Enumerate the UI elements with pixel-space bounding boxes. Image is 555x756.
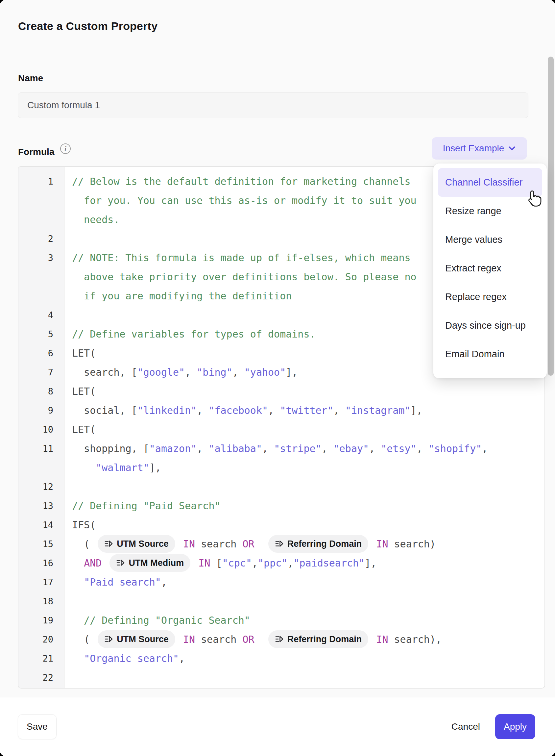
name-input[interactable]: Custom formula 1	[18, 92, 528, 118]
code-token-code: ,	[417, 443, 428, 454]
code-token-code	[254, 634, 266, 645]
code-row: 20 ( UTM Source IN search OR Referring D…	[18, 630, 545, 649]
code-token-str: "Organic search"	[84, 653, 179, 664]
line-number: 18	[18, 592, 65, 611]
formula-label: Formula	[18, 147, 54, 157]
code-row: 21 "Organic search",	[18, 649, 545, 668]
code-line: "walmart"],	[65, 458, 545, 477]
code-token-str: "ppc"	[258, 557, 287, 569]
code-token-code	[72, 576, 84, 588]
code-row: 12	[18, 477, 545, 496]
code-token-code: search),	[388, 634, 441, 645]
info-icon[interactable]: i	[60, 144, 71, 154]
code-token-kw: IN	[376, 538, 388, 550]
code-row: 8LET(	[18, 382, 545, 401]
code-line: // Defining "Organic Search"	[65, 611, 545, 630]
code-token-comment: // NOTE: This formula is made up of if-e…	[72, 252, 411, 264]
property-chip-label: UTM Source	[117, 630, 169, 649]
code-row: 10LET(	[18, 420, 545, 439]
line-number: 9	[18, 401, 65, 420]
modal-scrollbar-thumb[interactable]	[548, 56, 554, 376]
code-token-str: "yahoo"	[244, 366, 286, 378]
property-chip-referring-domain[interactable]: Referring Domain	[268, 630, 369, 648]
code-token-comment: // Defining "Paid Search"	[72, 500, 221, 512]
code-token-str: "facebook"	[208, 405, 268, 416]
code-token-comment: needs.	[72, 214, 120, 225]
code-token-code: search	[195, 538, 243, 550]
code-token-code	[177, 538, 183, 550]
code-token-str: "paidsearch"	[293, 557, 365, 569]
property-chip-label: UTM Source	[117, 534, 169, 553]
code-token-code	[72, 557, 84, 569]
line-number: 4	[18, 306, 65, 325]
menu-item-merge-values[interactable]: Merge values	[438, 225, 542, 254]
code-line: AND UTM Medium IN ["cpc","ppc","paidsear…	[65, 554, 545, 573]
line-number: 13	[18, 496, 65, 516]
code-token-code	[193, 557, 198, 569]
insert-example-button[interactable]: Insert Example	[432, 137, 527, 160]
code-line: LET(	[65, 420, 545, 439]
modal-footer: Save Cancel Apply	[0, 698, 555, 756]
code-token-code: IFS(	[72, 519, 96, 531]
code-row: 18	[18, 592, 545, 611]
property-chip-utm-source[interactable]: UTM Source	[98, 535, 175, 553]
menu-item-extract-regex[interactable]: Extract regex	[438, 254, 542, 283]
code-token-comment: above take priority over definitions bel…	[72, 271, 417, 283]
line-number: 2	[18, 229, 65, 248]
property-lines-arrow-icon	[104, 635, 113, 643]
code-line: shopping, ["amazon", "alibaba", "stripe"…	[65, 439, 545, 458]
code-token-code: ],	[286, 366, 298, 378]
line-number: 17	[18, 573, 65, 592]
code-line	[65, 592, 545, 611]
menu-item-replace-regex[interactable]: Replace regex	[438, 283, 542, 311]
code-token-comment: for you. You can use this as-is or modif…	[72, 195, 417, 206]
save-button[interactable]: Save	[18, 714, 56, 739]
property-chip-utm-medium[interactable]: UTM Medium	[110, 554, 190, 572]
menu-item-email-domain[interactable]: Email Domain	[438, 340, 542, 368]
code-token-code: ,	[287, 557, 293, 569]
property-lines-arrow-icon	[275, 635, 284, 643]
line-number	[18, 268, 65, 286]
code-token-comment: // Below is the default definition for m…	[72, 176, 411, 187]
line-number: 22	[18, 668, 65, 687]
code-token-code: (	[72, 634, 96, 645]
code-token-code: ,	[232, 366, 244, 378]
code-line	[65, 668, 545, 687]
code-token-code: LET(	[72, 424, 96, 435]
line-number: 19	[18, 611, 65, 630]
code-line: ( UTM Source IN search OR Referring Doma…	[65, 630, 545, 649]
code-token-comment: // Define variables for types of domains…	[72, 328, 316, 340]
property-chip-utm-source[interactable]: UTM Source	[98, 630, 175, 648]
code-token-code: LET(	[72, 386, 96, 397]
apply-button[interactable]: Apply	[495, 714, 535, 739]
code-row: "walmart"],	[18, 458, 545, 477]
menu-item-resize-range[interactable]: Resize range	[438, 197, 542, 225]
code-token-code	[101, 557, 108, 569]
line-number: 11	[18, 439, 65, 458]
code-token-code: ],	[149, 462, 161, 473]
code-line: IFS(	[65, 516, 545, 534]
cancel-button[interactable]: Cancel	[452, 721, 480, 732]
line-number	[18, 458, 65, 477]
code-token-code: social, [	[72, 405, 137, 416]
property-chip-referring-domain[interactable]: Referring Domain	[268, 535, 369, 553]
line-number: 1	[18, 172, 65, 191]
code-token-kw: IN	[376, 634, 388, 645]
line-number: 12	[18, 477, 65, 496]
property-chip-label: Referring Domain	[287, 630, 362, 649]
menu-item-days-since-sign-up[interactable]: Days since sign-up	[438, 311, 542, 340]
code-row: 11 shopping, ["amazon", "alibaba", "stri…	[18, 439, 545, 458]
code-token-str: "linkedin"	[137, 405, 197, 416]
insert-example-label: Insert Example	[443, 143, 504, 154]
code-token-code: ,	[262, 443, 274, 454]
code-row: 14IFS(	[18, 516, 545, 534]
code-token-code	[72, 653, 84, 664]
insert-example-menu: Channel ClassifierResize rangeMerge valu…	[433, 163, 547, 378]
code-line: LET(	[65, 382, 545, 401]
menu-item-channel-classifier[interactable]: Channel Classifier	[438, 168, 542, 197]
code-token-kw: AND	[84, 557, 101, 569]
code-row: 13// Defining "Paid Search"	[18, 496, 545, 516]
code-token-code	[370, 538, 376, 550]
code-token-code: ,	[197, 443, 208, 454]
code-token-str: "amazon"	[149, 443, 197, 454]
